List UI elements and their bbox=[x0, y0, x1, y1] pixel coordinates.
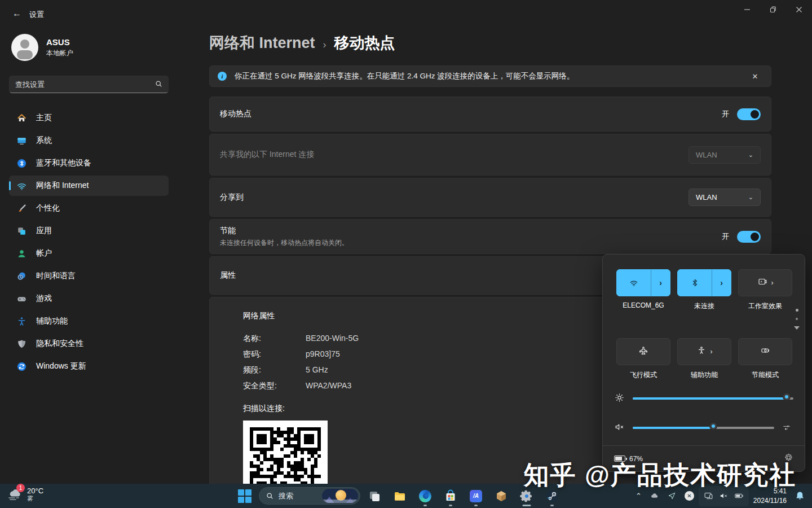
share-source-label: 共享我的以下 Internet 连接 bbox=[220, 150, 314, 160]
sidebar-item-bluetooth[interactable]: 蓝牙和其他设备 bbox=[9, 153, 169, 173]
pager-dot bbox=[796, 318, 798, 320]
hotspot-toggle[interactable] bbox=[737, 108, 761, 120]
chevron-right-icon: › bbox=[771, 279, 774, 287]
wifi-icon[interactable] bbox=[617, 270, 651, 296]
properties-header-label: 属性 bbox=[220, 270, 236, 281]
sidebar-item-label: 辅助功能 bbox=[36, 316, 68, 326]
sidebar-item-system[interactable]: 系统 bbox=[9, 130, 169, 151]
user-account[interactable]: ASUS 本地帐户 bbox=[11, 34, 169, 61]
shield-icon bbox=[16, 338, 27, 349]
sidebar-item-time-language[interactable]: 时间和语言 bbox=[9, 266, 169, 286]
wifi-cell: › ELECOM_6G bbox=[616, 269, 670, 311]
power-saving-toggle[interactable] bbox=[737, 231, 761, 243]
studio-effects-tile[interactable]: › bbox=[738, 269, 792, 296]
settings-search-input[interactable] bbox=[15, 80, 155, 89]
battery-tray-icon bbox=[734, 491, 744, 501]
bluetooth-expand-button[interactable]: › bbox=[712, 270, 731, 296]
wifi-expand-button[interactable]: › bbox=[651, 270, 670, 296]
chevron-down-icon: ⌄ bbox=[748, 194, 753, 201]
pager-dot bbox=[796, 309, 798, 312]
sidebar-item-label: 网络和 Internet bbox=[36, 181, 89, 191]
share-to-label: 分享到 bbox=[220, 192, 244, 203]
battery-saver-cell: 节能模式 bbox=[738, 338, 792, 380]
share-source-value: WLAN bbox=[696, 151, 717, 159]
volume-slider[interactable] bbox=[633, 423, 774, 433]
property-value: WPA2/WPA3 bbox=[306, 381, 351, 391]
volume-muted-icon[interactable] bbox=[614, 422, 625, 435]
weather-widget[interactable]: 1 20°C 雾 bbox=[6, 486, 43, 503]
watermark: 知乎 @产品技术研究社 bbox=[524, 458, 796, 492]
sidebar-item-privacy[interactable]: 隐私和安全性 bbox=[9, 334, 169, 354]
breadcrumb-separator-icon: › bbox=[323, 39, 326, 51]
banner-text: 你正在通过 5 GHz 网络波段共享连接。在只能通过 2.4 GHz 波段连接的… bbox=[235, 71, 739, 81]
bluetooth-icon[interactable] bbox=[678, 270, 712, 296]
fog-weather-icon: 1 bbox=[6, 486, 23, 503]
taskbar-search[interactable]: 搜索 bbox=[259, 487, 360, 505]
chevron-right-icon: › bbox=[710, 348, 713, 356]
share-to-dropdown[interactable]: WLAN ⌄ bbox=[689, 189, 761, 206]
studio-effects-cell: › 工作室效果 bbox=[738, 269, 792, 311]
sidebar-item-network[interactable]: 网络和 Internet bbox=[9, 176, 169, 196]
sidebar-item-label: 帐户 bbox=[36, 248, 52, 259]
audio-output-selector[interactable] bbox=[782, 423, 793, 432]
property-value: 5 GHz bbox=[306, 365, 328, 375]
info-icon: i bbox=[218, 72, 227, 81]
sidebar-item-label: 蓝牙和其他设备 bbox=[36, 158, 91, 168]
banner-close-button[interactable]: ✕ bbox=[747, 69, 763, 83]
running-indicator bbox=[449, 505, 452, 506]
brightness-icon bbox=[614, 392, 625, 405]
box-app-button[interactable] bbox=[490, 485, 513, 507]
start-button[interactable] bbox=[233, 485, 256, 507]
sidebar-item-home[interactable]: 主页 bbox=[9, 108, 169, 128]
back-button[interactable]: ← bbox=[8, 6, 26, 21]
file-explorer-button[interactable] bbox=[389, 485, 411, 507]
chevron-right-icon: › bbox=[720, 278, 723, 287]
window-controls bbox=[734, 0, 812, 19]
brush-icon bbox=[16, 203, 27, 214]
volume-slider-knob[interactable] bbox=[710, 423, 717, 430]
pager-down-icon bbox=[794, 326, 800, 330]
sidebar-item-apps[interactable]: 应用 bbox=[9, 221, 169, 241]
search-icon bbox=[155, 80, 162, 90]
accessibility-tile[interactable]: › bbox=[677, 338, 731, 365]
quick-settings-grid: › ELECOM_6G › 未连接 › bbox=[616, 269, 792, 380]
sidebar-item-accounts[interactable]: 帐户 bbox=[9, 243, 169, 264]
share-to-row: 分享到 WLAN ⌄ bbox=[209, 178, 771, 217]
minimize-button[interactable] bbox=[734, 0, 760, 19]
info-banner: i 你正在通过 5 GHz 网络波段共享连接。在只能通过 2.4 GHz 波段连… bbox=[209, 65, 771, 87]
qr-code bbox=[243, 421, 328, 484]
box-app-icon bbox=[495, 489, 508, 503]
app-a-button[interactable]: /A bbox=[465, 485, 487, 507]
sidebar-item-windows-update[interactable]: Windows 更新 bbox=[9, 356, 169, 376]
cast-device-icon bbox=[704, 491, 713, 501]
weather-temperature: 20°C bbox=[27, 487, 43, 496]
airplane-icon bbox=[638, 345, 648, 358]
restore-button[interactable] bbox=[760, 0, 786, 19]
sidebar-item-gaming[interactable]: 游戏 bbox=[9, 288, 169, 309]
clock-globe-icon bbox=[16, 270, 27, 282]
sidebar-item-accessibility[interactable]: 辅助功能 bbox=[9, 311, 169, 331]
accessibility-icon bbox=[696, 345, 707, 358]
property-label: 安全类型: bbox=[243, 381, 306, 391]
airplane-mode-tile[interactable] bbox=[616, 338, 670, 365]
battery-saver-tile[interactable] bbox=[738, 338, 792, 365]
breadcrumb-parent[interactable]: 网络和 Internet bbox=[209, 33, 315, 53]
bluetooth-tile[interactable]: › bbox=[677, 269, 731, 296]
accessibility-cell: › 辅助功能 bbox=[677, 338, 731, 380]
running-indicator bbox=[474, 505, 478, 506]
share-source-dropdown[interactable]: WLAN ⌄ bbox=[689, 146, 761, 164]
share-source-row: 共享我的以下 Internet 连接 WLAN ⌄ bbox=[209, 134, 771, 176]
sidebar-nav: 主页 系统 蓝牙和其他设备 网络和 Internet 个性化 bbox=[9, 108, 169, 376]
edge-button[interactable] bbox=[414, 485, 436, 507]
close-button[interactable] bbox=[786, 0, 812, 19]
page-title: 移动热点 bbox=[334, 33, 395, 53]
microsoft-store-button[interactable] bbox=[439, 485, 462, 507]
task-view-icon bbox=[368, 489, 381, 503]
sidebar-item-personalization[interactable]: 个性化 bbox=[9, 198, 169, 218]
brightness-slider[interactable] bbox=[633, 393, 793, 404]
brightness-row bbox=[614, 392, 793, 405]
quick-settings-pager[interactable] bbox=[794, 309, 800, 330]
share-to-value: WLAN bbox=[696, 193, 717, 202]
task-view-button[interactable] bbox=[363, 485, 386, 507]
wifi-tile[interactable]: › bbox=[616, 269, 670, 296]
